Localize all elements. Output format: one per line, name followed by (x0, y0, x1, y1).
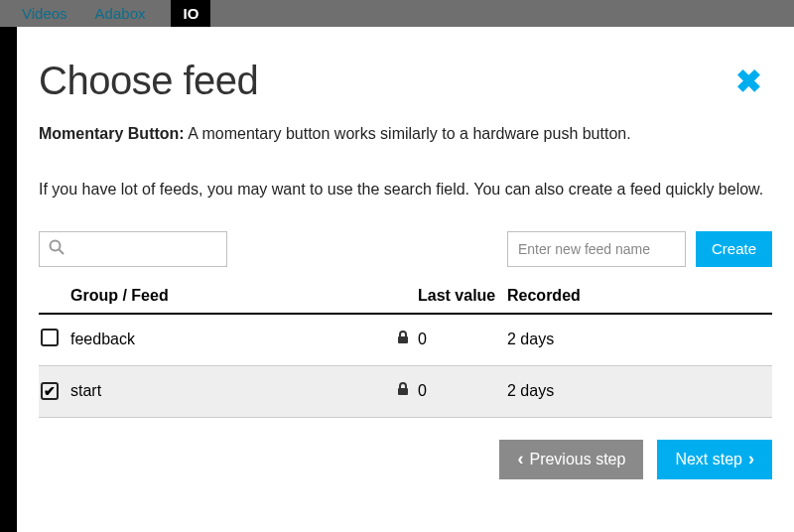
close-icon[interactable]: ✖ (735, 63, 762, 100)
table-row[interactable]: start 0 2 days (39, 366, 772, 418)
nav-videos[interactable]: Videos (22, 5, 67, 22)
modal-title: Choose feed (39, 59, 772, 103)
search-icon (49, 239, 65, 259)
create-button[interactable]: Create (696, 231, 772, 267)
table-header: Group / Feed Last value Recorded (39, 287, 772, 315)
nav-adabox[interactable]: Adabox (95, 5, 146, 22)
table-row[interactable]: feedback 0 2 days (39, 315, 772, 366)
lock-icon (397, 382, 409, 400)
svg-line-1 (60, 249, 65, 254)
col-header-last: Last value (418, 287, 507, 305)
new-feed-input[interactable] (507, 231, 686, 267)
desc-rest: A momentary button works similarly to a … (185, 125, 631, 142)
search-box (39, 231, 227, 267)
next-step-button[interactable]: Next step › (657, 440, 772, 479)
chevron-left-icon: ‹ (517, 449, 523, 469)
prev-label: Previous step (529, 451, 625, 468)
choose-feed-modal: ✖ Choose feed Momentary Button: A moment… (17, 27, 794, 532)
col-header-group: Group / Feed (70, 287, 388, 305)
last-value: 0 (418, 382, 507, 400)
checkbox-checked-icon[interactable] (41, 382, 59, 400)
chevron-right-icon: › (748, 449, 754, 469)
nav-io[interactable]: IO (171, 0, 210, 27)
svg-rect-3 (398, 388, 408, 395)
desc-strong: Momentary Button: (39, 125, 185, 142)
helper-text: If you have lot of feeds, you may want t… (39, 179, 772, 200)
recorded-value: 2 days (507, 382, 772, 400)
background-left-strip (0, 27, 17, 532)
col-header-recorded: Recorded (507, 287, 772, 305)
last-value: 0 (418, 331, 507, 348)
recorded-value: 2 days (507, 331, 772, 348)
feed-name: start (70, 382, 388, 400)
checkbox-icon[interactable] (41, 329, 59, 346)
feed-name: feedback (70, 331, 388, 348)
svg-point-0 (51, 240, 61, 250)
next-label: Next step (675, 451, 742, 468)
footer-buttons: ‹ Previous step Next step › (39, 440, 772, 479)
modal-description: Momentary Button: A momentary button wor… (39, 123, 772, 145)
search-input[interactable] (39, 231, 227, 267)
lock-icon (397, 331, 409, 348)
svg-rect-2 (398, 336, 408, 343)
feed-table: Group / Feed Last value Recorded feedbac… (39, 287, 772, 418)
controls-row: Create (39, 231, 772, 267)
previous-step-button[interactable]: ‹ Previous step (499, 440, 643, 479)
top-nav: Videos Adabox IO (0, 0, 794, 27)
